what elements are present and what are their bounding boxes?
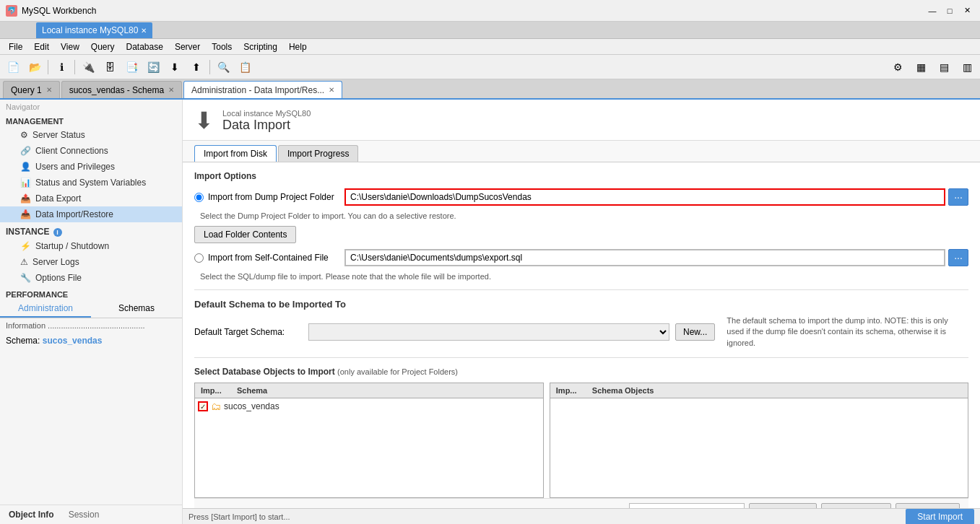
app-icon: 🐬 xyxy=(6,5,17,17)
sidebar-item-data-import[interactable]: 📥 Data Import/Restore xyxy=(0,206,182,222)
content-footer: Dump Structure and Dat Select Views Sele… xyxy=(194,498,968,508)
tab-admin-label: Administration - Data Import/Res... xyxy=(191,85,324,95)
sidebar-item-status-vars[interactable]: 📊 Status and System Variables xyxy=(0,175,182,191)
radio2-label[interactable]: Import from Self-Contained File xyxy=(194,253,339,263)
toolbar-view-2[interactable]: ▤ xyxy=(934,57,954,77)
sidebar-item-startup[interactable]: ⚡ Startup / Shutdown xyxy=(0,238,182,254)
sidebar-item-client-connections[interactable]: 🔗 Client Connections xyxy=(0,143,182,159)
radio1-label[interactable]: Import from Dump Project Folder xyxy=(194,192,339,202)
tab-admin-close[interactable]: ✕ xyxy=(329,86,334,94)
tab-admin[interactable]: Administration - Data Import/Res... ✕ xyxy=(183,81,342,98)
toolbar: 📄 📂 ℹ 🔌 🗄 📑 🔄 ⬇ ⬆ 🔍 📋 ⚙ ▦ ▤ ▥ xyxy=(0,55,980,79)
performance-title: PERFORMANCE xyxy=(0,286,182,300)
sidebar-tab-administration[interactable]: Administration xyxy=(0,300,91,318)
toolbar-btn-7[interactable]: ⬇ xyxy=(165,57,185,77)
data-export-label: Data Export xyxy=(35,193,81,204)
menu-bar: File Edit View Query Database Server Too… xyxy=(0,39,980,55)
schema-folder-icon: 🗂 xyxy=(211,401,221,412)
sidebar-bottom-object-info[interactable]: Object Info xyxy=(6,508,57,521)
menu-query[interactable]: Query xyxy=(85,40,121,53)
data-import-icon: 📥 xyxy=(20,209,31,219)
load-folder-btn[interactable]: Load Folder Contents xyxy=(194,226,296,243)
db-objects-tables: Imp... Schema ✓ 🗂 sucos_vendas Imp... Sc… xyxy=(194,383,968,498)
sidebar-item-users[interactable]: 👤 Users and Privileges xyxy=(0,159,182,175)
start-import-btn[interactable]: Start Import xyxy=(906,509,974,525)
toolbar-info[interactable]: ℹ xyxy=(51,57,71,77)
divider-2 xyxy=(194,357,968,358)
sidebar-item-options-file[interactable]: 🔧 Options File xyxy=(0,270,182,286)
instance-tab-close[interactable]: ✕ xyxy=(141,27,147,35)
tab-query1[interactable]: Query 1 ✕ xyxy=(3,81,60,98)
browse-file-btn[interactable]: ··· xyxy=(948,249,968,266)
dump-type-dropdown[interactable]: Dump Structure and Dat xyxy=(629,503,745,508)
sidebar-item-server-logs[interactable]: ⚠ Server Logs xyxy=(0,254,182,270)
radio2-input[interactable] xyxy=(194,253,204,263)
content-header: ⬇ Local instance MySQL80 Data Import xyxy=(183,100,980,141)
toolbar-sep-3 xyxy=(209,60,210,74)
tab-schema-close[interactable]: ✕ xyxy=(168,86,174,94)
unselect-all-btn[interactable]: Unselect All xyxy=(896,503,960,508)
menu-view[interactable]: View xyxy=(55,40,85,53)
schema-row-name: sucos_vendas xyxy=(224,401,279,411)
self-contained-input[interactable] xyxy=(344,249,945,266)
startup-icon: ⚡ xyxy=(20,241,31,251)
sidebar-bottom-session[interactable]: Session xyxy=(66,508,103,521)
left-col-schema: Schema xyxy=(234,385,540,396)
file-input-row-1: ··· xyxy=(344,188,968,206)
management-title: MANAGEMENT xyxy=(0,113,182,127)
close-button[interactable]: ✕ xyxy=(960,4,974,18)
toolbar-search[interactable]: 🔍 xyxy=(213,57,233,77)
right-db-table: Imp... Schema Objects xyxy=(550,383,968,498)
select-tables-btn[interactable]: Select Tables xyxy=(821,503,891,508)
client-connections-label: Client Connections xyxy=(35,146,108,156)
toolbar-btn-6[interactable]: 🔄 xyxy=(143,57,163,77)
status-vars-icon: 📊 xyxy=(20,178,31,188)
menu-help[interactable]: Help xyxy=(283,40,313,53)
radio1-hint: Select the Dump Project Folder to import… xyxy=(200,211,968,220)
data-import-label: Data Import/Restore xyxy=(35,209,113,219)
sub-tab-import-progress[interactable]: Import Progress xyxy=(278,145,358,162)
toolbar-btn-4[interactable]: 🗄 xyxy=(100,57,120,77)
server-status-icon: ⚙ xyxy=(20,130,28,140)
sub-tab-import-disk[interactable]: Import from Disk xyxy=(194,145,277,162)
radio1-input[interactable] xyxy=(194,193,204,202)
menu-tools[interactable]: Tools xyxy=(206,40,238,53)
toolbar-view-1[interactable]: ▦ xyxy=(911,57,931,77)
server-logs-icon: ⚠ xyxy=(20,257,28,267)
sidebar-tabs: Administration Schemas xyxy=(0,300,182,318)
menu-file[interactable]: File xyxy=(3,40,28,53)
sidebar: Navigator MANAGEMENT ⚙ Server Status 🔗 C… xyxy=(0,100,183,524)
browse-folder-btn[interactable]: ··· xyxy=(948,188,968,206)
toolbar-new-query[interactable]: 📄 xyxy=(3,57,23,77)
toolbar-btn-5[interactable]: 📑 xyxy=(121,57,142,77)
toolbar-settings[interactable]: ⚙ xyxy=(888,57,908,77)
toolbar-btn-8[interactable]: ⬆ xyxy=(186,57,207,77)
tab-query1-close[interactable]: ✕ xyxy=(46,86,52,94)
tab-schema[interactable]: sucos_vendas - Schema ✕ xyxy=(61,81,182,98)
row-checkbox[interactable]: ✓ xyxy=(198,401,208,411)
sidebar-item-data-export[interactable]: 📤 Data Export xyxy=(0,191,182,206)
page-title: Data Import xyxy=(222,118,311,133)
sidebar-tab-schemas[interactable]: Schemas xyxy=(91,300,182,318)
menu-database[interactable]: Database xyxy=(121,40,169,53)
toolbar-open[interactable]: 📂 xyxy=(25,57,45,77)
menu-edit[interactable]: Edit xyxy=(28,40,55,53)
dump-folder-input[interactable] xyxy=(344,188,945,206)
sidebar-item-server-status[interactable]: ⚙ Server Status xyxy=(0,127,182,143)
instance-tab[interactable]: Local instance MySQL80 ✕ xyxy=(36,22,152,38)
toolbar-btn-3[interactable]: 🔌 xyxy=(78,57,98,77)
footer-select-row: Dump Structure and Dat Select Views Sele… xyxy=(629,503,960,508)
select-views-btn[interactable]: Select Views xyxy=(749,503,817,508)
instance-tab-label: Local instance MySQL80 xyxy=(42,25,138,35)
maximize-button[interactable]: □ xyxy=(942,4,957,18)
minimize-button[interactable]: — xyxy=(925,4,940,18)
tab-schema-label: sucos_vendas - Schema xyxy=(69,85,164,95)
import-options-title: Import Options xyxy=(194,171,968,181)
table-row[interactable]: ✓ 🗂 sucos_vendas xyxy=(195,398,543,414)
toolbar-view-3[interactable]: ▥ xyxy=(957,57,977,77)
toolbar-btn-9[interactable]: 📋 xyxy=(235,57,255,77)
new-schema-btn[interactable]: New... xyxy=(675,323,715,341)
menu-scripting[interactable]: Scripting xyxy=(238,40,283,53)
schema-select[interactable] xyxy=(308,323,669,341)
menu-server[interactable]: Server xyxy=(169,40,206,53)
